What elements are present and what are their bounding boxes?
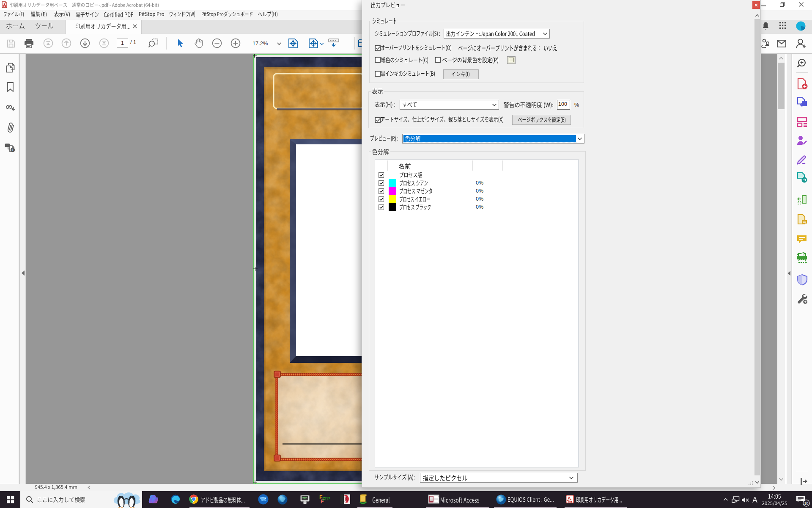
svg-text:10: 10 [804,501,809,505]
svg-text:TP: TP [324,496,330,501]
svg-text:PDF: PDF [568,501,571,503]
svg-text:F: F [321,499,324,505]
